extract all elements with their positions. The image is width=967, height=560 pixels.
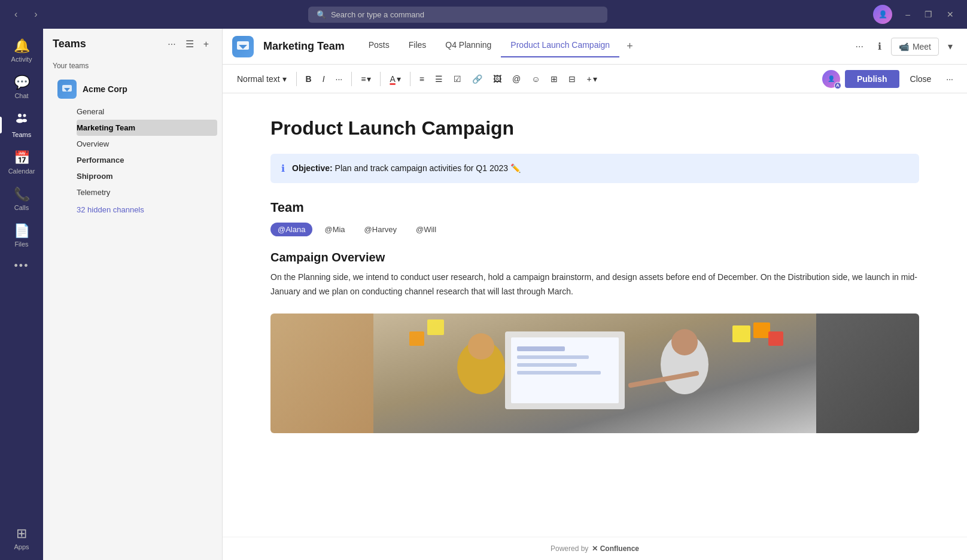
sidebar-item-activity[interactable]: 🔔 Activity: [4, 34, 39, 68]
sidebar-item-calendar[interactable]: 📅 Calendar: [4, 145, 39, 179]
hidden-channels-link[interactable]: 32 hidden channels: [43, 200, 222, 219]
sidebar-item-label-calls: Calls: [14, 204, 29, 211]
channel-performance[interactable]: Performance: [77, 152, 217, 168]
close-editor-button[interactable]: Close: [904, 71, 938, 87]
maximize-button[interactable]: ❐: [921, 8, 936, 20]
svg-rect-19: [517, 363, 577, 367]
channel-header-icon: [232, 36, 254, 57]
bold-button[interactable]: B: [302, 71, 316, 87]
team-item-acme[interactable]: Acme Corp ···: [48, 75, 217, 104]
bullet-list-button[interactable]: ≡: [415, 71, 428, 87]
nav-forward-button[interactable]: ›: [29, 7, 42, 22]
meet-button[interactable]: 📹 Meet: [891, 38, 939, 56]
your-teams-label: Your teams: [43, 59, 222, 75]
table-button[interactable]: ⊞: [546, 71, 562, 87]
svg-rect-17: [517, 346, 565, 351]
close-window-button[interactable]: ✕: [943, 8, 957, 20]
tag-alana[interactable]: @Alana: [270, 223, 312, 236]
window-controls: – ❐ ✕: [902, 8, 957, 20]
tag-mia[interactable]: @Mia: [317, 223, 352, 236]
more-icon: •••: [14, 260, 29, 272]
svg-rect-25: [409, 331, 424, 346]
editor-more-options-button[interactable]: ···: [942, 71, 957, 87]
nav-back-button[interactable]: ‹: [10, 7, 22, 22]
sidebar-item-apps[interactable]: ⊞ Apps: [4, 521, 39, 555]
title-bar: ‹ › 🔍 Search or type a command 👤 – ❐ ✕: [0, 0, 967, 29]
teams-icon: [14, 111, 29, 129]
files-icon: 📄: [14, 223, 30, 239]
link-button[interactable]: 🔗: [468, 71, 486, 87]
text-format-chevron: ▾: [282, 74, 287, 84]
campaign-overview-body: On the Planning side, we intend to condu…: [270, 270, 919, 299]
channel-marketing[interactable]: Marketing Team: [77, 120, 217, 136]
user-avatar[interactable]: 👤: [873, 5, 892, 24]
teams-filter-button[interactable]: ☰: [182, 36, 197, 52]
numbered-list-button[interactable]: ☰: [431, 71, 447, 87]
bullet-list-icon: ≡: [419, 74, 424, 84]
svg-rect-23: [768, 331, 783, 346]
channel-header-title: Marketing Team: [263, 40, 345, 53]
channel-list: General Marketing Team Overview Performa…: [43, 104, 222, 200]
italic-button[interactable]: I: [318, 71, 329, 87]
editor-toolbar: Normal text ▾ B I ··· ≡ ▾ A ▾: [223, 65, 967, 93]
window-nav: ‹ ›: [10, 7, 42, 22]
checkbox-button[interactable]: ☑: [449, 71, 466, 87]
channel-telemetry[interactable]: Telemetry: [77, 184, 217, 200]
tag-will[interactable]: @Will: [409, 223, 443, 236]
channel-shiproom[interactable]: Shiproom: [77, 168, 217, 184]
search-bar[interactable]: 🔍 Search or type a command: [308, 7, 607, 23]
channel-overview[interactable]: Overview: [77, 136, 217, 152]
add-tab-button[interactable]: +: [619, 35, 640, 57]
document-title: Product Launch Campaign: [270, 117, 919, 139]
info-box-body: Plan and track campaign activities for Q…: [333, 163, 521, 173]
acme-team-name: Acme Corp: [83, 84, 194, 94]
confluence-logo: ✕ Confluence: [592, 544, 639, 553]
sidebar-item-label-calendar: Calendar: [8, 168, 35, 175]
header-more-button[interactable]: ···: [851, 38, 868, 56]
layout-button[interactable]: ⊟: [564, 71, 580, 87]
image-button[interactable]: 🖼: [489, 71, 506, 87]
sidebar-item-more[interactable]: •••: [4, 255, 39, 277]
text-format-button[interactable]: Normal text ▾: [232, 71, 291, 87]
svg-rect-18: [517, 355, 589, 359]
main-content: Marketing Team Posts Files Q4 Planning P…: [223, 29, 967, 560]
tab-q4planning[interactable]: Q4 Planning: [436, 35, 501, 57]
emoji-button[interactable]: ☺: [527, 71, 544, 87]
meet-label: Meet: [913, 42, 931, 51]
campaign-image: [270, 314, 919, 433]
sidebar-item-label-apps: Apps: [14, 543, 29, 550]
teams-panel: Teams ··· ☰ + Your teams Acme Corp ··· G…: [43, 29, 223, 560]
header-info-button[interactable]: ℹ: [873, 37, 886, 56]
toolbar-separator-4: [410, 72, 410, 86]
table-icon: ⊞: [551, 74, 558, 84]
publish-button[interactable]: Publish: [845, 70, 899, 88]
text-color-icon: A: [390, 74, 395, 84]
more-format-button[interactable]: ···: [332, 71, 347, 87]
tag-harvey[interactable]: @Harvey: [357, 223, 404, 236]
content-footer: Powered by ✕ Confluence: [223, 537, 967, 560]
calendar-icon: 📅: [14, 150, 30, 166]
mention-button[interactable]: @: [508, 71, 525, 87]
meet-chevron-button[interactable]: ▾: [943, 37, 957, 56]
tab-posts[interactable]: Posts: [359, 35, 399, 57]
svg-rect-20: [517, 371, 601, 375]
teams-panel-actions: ··· ☰ +: [164, 36, 212, 52]
tab-product-launch[interactable]: Product Launch Campaign: [501, 35, 619, 57]
text-format-label: Normal text: [237, 74, 280, 84]
more-tools-button[interactable]: + ▾: [582, 71, 601, 87]
text-color-button[interactable]: A ▾: [385, 71, 405, 87]
teams-add-button[interactable]: +: [200, 36, 212, 52]
sidebar-item-files[interactable]: 📄 Files: [4, 218, 39, 252]
sidebar-item-chat[interactable]: 💬 Chat: [4, 70, 39, 104]
channel-general[interactable]: General: [77, 104, 217, 120]
tab-files[interactable]: Files: [399, 35, 436, 57]
sidebar-item-calls[interactable]: 📞 Calls: [4, 182, 39, 216]
align-button[interactable]: ≡ ▾: [357, 71, 375, 87]
svg-point-1: [23, 114, 26, 117]
chat-icon: 💬: [14, 75, 30, 90]
svg-rect-21: [732, 325, 750, 342]
teams-more-button[interactable]: ···: [164, 36, 179, 52]
sidebar-item-teams[interactable]: Teams: [4, 106, 39, 143]
header-actions: ··· ℹ 📹 Meet ▾: [851, 37, 957, 56]
minimize-button[interactable]: –: [902, 8, 914, 20]
